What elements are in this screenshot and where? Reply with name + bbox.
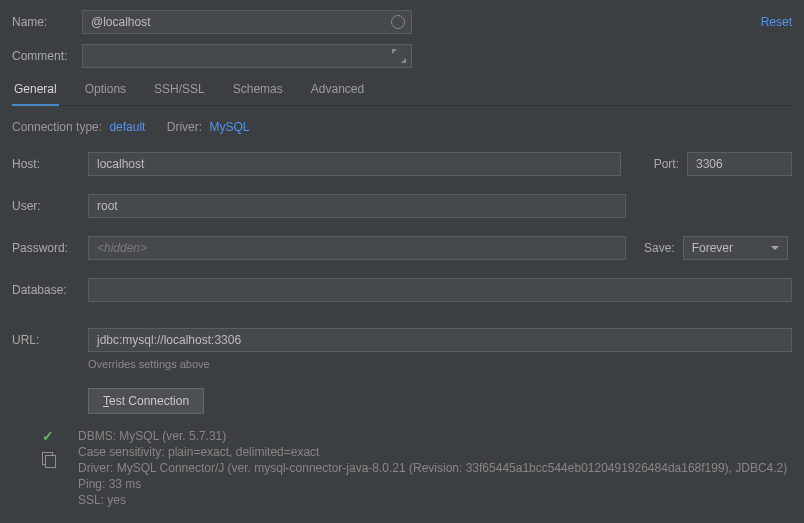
port-value: 3306 xyxy=(696,157,723,171)
port-label: Port: xyxy=(635,157,679,171)
save-select[interactable]: Forever xyxy=(683,236,788,260)
tab-bar: General Options SSH/SSL Schemas Advanced xyxy=(12,74,792,106)
host-value: localhost xyxy=(97,157,144,171)
copy-icon[interactable] xyxy=(42,452,55,466)
password-placeholder: <hidden> xyxy=(97,241,147,255)
save-label: Save: xyxy=(644,241,675,255)
tab-schemas[interactable]: Schemas xyxy=(231,76,285,106)
host-label: Host: xyxy=(12,157,88,171)
database-input[interactable] xyxy=(88,278,792,302)
url-value: jdbc:mysql://localhost:3306 xyxy=(97,333,241,347)
user-label: User: xyxy=(12,199,88,213)
reset-link[interactable]: Reset xyxy=(761,15,792,29)
name-input[interactable]: @localhost xyxy=(82,10,412,34)
name-value: @localhost xyxy=(91,15,151,29)
expand-icon[interactable] xyxy=(393,50,405,62)
name-label: Name: xyxy=(12,15,82,29)
driver-label: Driver: xyxy=(167,120,202,134)
tab-ssh-ssl[interactable]: SSH/SSL xyxy=(152,76,207,106)
status-line-ping: Ping: 33 ms xyxy=(78,476,787,492)
password-label: Password: xyxy=(12,241,88,255)
driver-link[interactable]: MySQL xyxy=(209,120,249,134)
datasource-color-icon[interactable] xyxy=(391,15,405,29)
tab-advanced[interactable]: Advanced xyxy=(309,76,366,106)
test-connection-button[interactable]: Test Connection xyxy=(88,388,204,414)
port-input[interactable]: 3306 xyxy=(687,152,792,176)
success-check-icon: ✓ xyxy=(42,428,54,444)
save-value: Forever xyxy=(692,241,733,255)
tab-options[interactable]: Options xyxy=(83,76,128,106)
user-input[interactable]: root xyxy=(88,194,626,218)
user-value: root xyxy=(97,199,118,213)
status-line-dbms: DBMS: MySQL (ver. 5.7.31) xyxy=(78,428,787,444)
database-label: Database: xyxy=(12,283,88,297)
status-line-driver: Driver: MySQL Connector/J (ver. mysql-co… xyxy=(78,460,787,476)
tab-general[interactable]: General xyxy=(12,76,59,106)
connection-type-link[interactable]: default xyxy=(109,120,145,134)
url-hint: Overrides settings above xyxy=(88,358,792,370)
comment-label: Comment: xyxy=(12,49,82,63)
status-line-ssl: SSL: yes xyxy=(78,492,787,508)
password-input[interactable]: <hidden> xyxy=(88,236,626,260)
connection-type-label: Connection type: xyxy=(12,120,102,134)
host-input[interactable]: localhost xyxy=(88,152,621,176)
url-label: URL: xyxy=(12,333,88,347)
status-text: DBMS: MySQL (ver. 5.7.31) Case sensitivi… xyxy=(78,428,787,508)
test-btn-rest: est Connection xyxy=(109,394,189,408)
status-line-case: Case sensitivity: plain=exact, delimited… xyxy=(78,444,787,460)
url-input[interactable]: jdbc:mysql://localhost:3306 xyxy=(88,328,792,352)
comment-input[interactable] xyxy=(82,44,412,68)
